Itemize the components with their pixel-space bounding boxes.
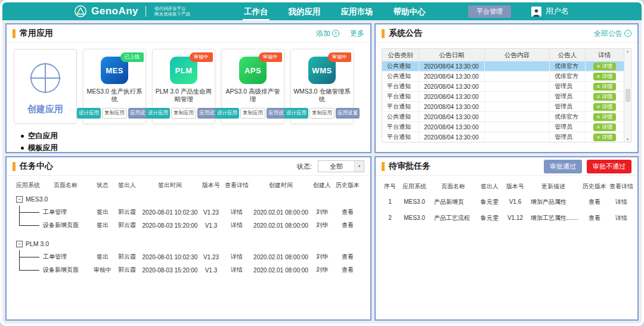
task-row[interactable]: 工单管理 签出 郭云霞 2020-08-01 10:02:30 V1.23 详情… [11,206,366,219]
task-history-link[interactable]: 查看 [333,253,362,261]
announcement-detail-button[interactable]: ≡详情 [593,93,616,101]
nav-item-my-apps[interactable]: 我的应用 [287,3,322,20]
topbar: GenoAny 低代码开发平台 南京优倍旗下产品 工作台 我的应用 应用市场 帮… [2,2,642,20]
design-app-button[interactable]: 设计应用 [146,108,170,119]
approve-button[interactable]: 审批通过 [544,160,582,173]
app-name: PLM 3.0 产品生命周期管理 [154,88,213,108]
approval-history-link[interactable]: 查看 [580,214,609,222]
task-group-label: MES3.0 [26,195,48,203]
app-name: WMS3.0 仓储管理系统 [293,88,351,108]
platform-admin-button[interactable]: 平台管理 [468,5,511,18]
task-row[interactable]: 工单管理 签出 郭云霞 2020-08-01 10:02:30 V1.23 详情… [11,250,366,263]
announcement-detail-button[interactable]: ≡详情 [593,123,616,131]
scroll-up-icon[interactable]: ▲ [626,49,630,53]
reject-button[interactable]: 审批不通过 [587,160,631,173]
announcement-detail-button[interactable]: ≡详情 [593,73,616,80]
common-apps-title: 常用应用 [20,28,53,39]
status-filter-select[interactable]: 全部 ▾ [318,160,364,172]
nav-item-app-market[interactable]: 应用市场 [340,3,374,20]
announcements-table-header: 公告类别 公告日期 公告内容 公告人 详情 [382,49,624,61]
announcements-title: 系统公告 [389,28,422,39]
announcement-detail-button[interactable]: ≡详情 [593,103,616,111]
announcements-header: 系统公告 全部公告 › [376,24,637,43]
announcement-row[interactable]: 公共通知2020/08/04 13:30:00 优倍官方 ≡详情 [382,111,624,122]
task-center-body: 应用系统页面名称 状态签出人 签出时间版本号 查看详情创建时间 创建人历史版本 … [7,176,370,279]
task-history-link[interactable]: 查看 [333,266,362,274]
title-bar-accent [382,29,385,38]
genoany-logo-icon [74,5,87,18]
template-app-option[interactable]: 模板应用 [21,142,77,153]
brand-name: GenoAny [91,5,138,17]
list-icon: ≡ [597,94,600,100]
announcement-row[interactable]: 平台通知2020/08/04 13:30:00 管理员 ≡详情 [382,132,624,142]
collapse-icon[interactable]: − [16,196,23,203]
app-settings-button[interactable]: 应用设置 [336,108,360,119]
task-row[interactable]: 设备新增页面 签出 郭云霞 2020-08-03 15:20:00 V1.3 详… [11,219,366,232]
list-icon: ≡ [597,73,600,79]
announcements-body: 公告类别 公告日期 公告内容 公告人 详情 公共通知2020/08/04 13:… [376,43,637,142]
announcement-row[interactable]: 公共通知2020/08/04 13:30:00 优倍官方 ≡详情 [382,71,624,81]
announcement-row[interactable]: 公共通知2020/08/04 13:30:00 优倍官方 ≡详情 [382,61,624,71]
task-group-children: 工单管理 签出 郭云霞 2020-08-01 10:02:30 V1.23 详情… [11,206,366,232]
copy-app-button[interactable]: 复制应用 [171,108,196,119]
task-group-plm: − PLM 3.0 [11,237,366,250]
dashboard-grid: 常用应用 添加 + 更多 [2,20,642,324]
announcement-row[interactable]: 平台通知2020/08/04 13:30:00 管理员 ≡详情 [382,101,624,111]
copy-app-button[interactable]: 复制应用 [309,108,335,119]
announcement-row[interactable]: 平台通知2020/08/04 13:30:00 管理员 ≡详情 [382,81,624,91]
copy-app-button[interactable]: 复制应用 [102,108,127,119]
nav-item-workbench[interactable]: 工作台 [243,3,270,20]
design-app-button[interactable]: 设计应用 [284,108,308,119]
announcement-detail-button[interactable]: ≡详情 [593,113,616,121]
announcement-row[interactable]: 平台通知2020/08/04 13:30:00 管理员 ≡详情 [382,91,624,101]
more-apps-link[interactable]: 更多 [350,29,364,39]
design-app-button[interactable]: 设计应用 [77,108,101,119]
approval-row[interactable]: 2 MES3.0 产品工艺流程 鲁元雯 V1.12 增加工艺属性....... … [382,210,631,226]
approvals-table-header: 序号应用系统 页面名称签出人 版本号更新描述 历史版本查看详情 [382,179,631,194]
task-table-header: 应用系统页面名称 状态签出人 签出时间版本号 查看详情创建时间 创建人历史版本 [11,178,366,193]
all-announcements-link[interactable]: 全部公告 › [594,29,631,39]
app-card-plm: 审核中 PLM PLM 3.0 产品生命周期管理 设计应用 复制应用 应用设置 [152,49,215,124]
task-detail-link[interactable]: 详情 [222,221,251,229]
scrollbar-thumb[interactable] [626,89,630,102]
announcements-scrollbar[interactable]: ▲ ▼ [624,49,631,142]
copy-app-button[interactable]: 复制应用 [240,108,265,119]
task-center-panel: 任务中心 状态: 全部 ▾ 应用系统页面名称 状态签出人 签出时间版本号 查看详… [5,156,371,321]
create-app-label: 创建应用 [27,104,63,115]
announcement-detail-button[interactable]: ≡详情 [593,133,616,141]
list-icon: ≡ [597,83,600,89]
add-app-link[interactable]: 添加 + [316,29,339,39]
list-icon: ≡ [597,134,600,140]
collapse-icon[interactable]: − [16,241,23,247]
approvals-panel: 待审批任务 审批通过 审批不通过 序号应用系统 页面名称签出人 版本号更新描述 … [374,156,639,321]
approvals-title: 待审批任务 [389,161,431,172]
task-detail-link[interactable]: 详情 [222,253,251,261]
add-circle-icon: + [332,30,339,37]
user-menu[interactable]: 用户名 [531,6,569,17]
task-row[interactable]: 设备新增页面 审核中 郭云霞 2020-08-03 15:20:00 V1.3 … [11,263,366,277]
approval-detail-link[interactable]: 详情 [609,214,633,222]
task-detail-link[interactable]: 详情 [222,208,251,216]
app-name: APS3.0 高级排产管理 [224,88,282,108]
approval-history-link[interactable]: 查看 [580,198,609,206]
scroll-down-icon[interactable]: ▼ [626,138,630,141]
announcement-row[interactable]: 平台通知2020/08/04 13:30:00 管理员 ≡详情 [382,122,624,132]
status-badge: 审核中 [190,52,213,62]
nav-item-help-center[interactable]: 帮助中心 [392,3,427,20]
blank-app-option[interactable]: 空白应用 [21,130,77,142]
announcement-detail-button[interactable]: ≡详情 [593,83,616,91]
task-detail-link[interactable]: 详情 [222,266,251,274]
app-name: MES3.0 生产执行系统 [85,88,144,108]
status-badge: 审核中 [259,52,283,62]
title-bar-accent [382,162,385,171]
common-apps-header: 常用应用 添加 + 更多 [7,24,370,43]
task-history-link[interactable]: 查看 [333,221,362,229]
design-app-button[interactable]: 设计应用 [215,108,239,119]
list-icon: ≡ [597,114,600,120]
approval-row[interactable]: 1 MES3.0 产品新增页 鲁元雯 V1.6 增加产品属性 查看 详情 [382,194,631,210]
task-history-link[interactable]: 查看 [333,208,362,216]
create-app-card[interactable]: 创建应用 [14,49,77,124]
approvals-header: 待审批任务 审批通过 审批不通过 [376,157,637,176]
approval-detail-link[interactable]: 详情 [609,198,633,206]
announcement-detail-button[interactable]: ≡详情 [593,63,616,70]
